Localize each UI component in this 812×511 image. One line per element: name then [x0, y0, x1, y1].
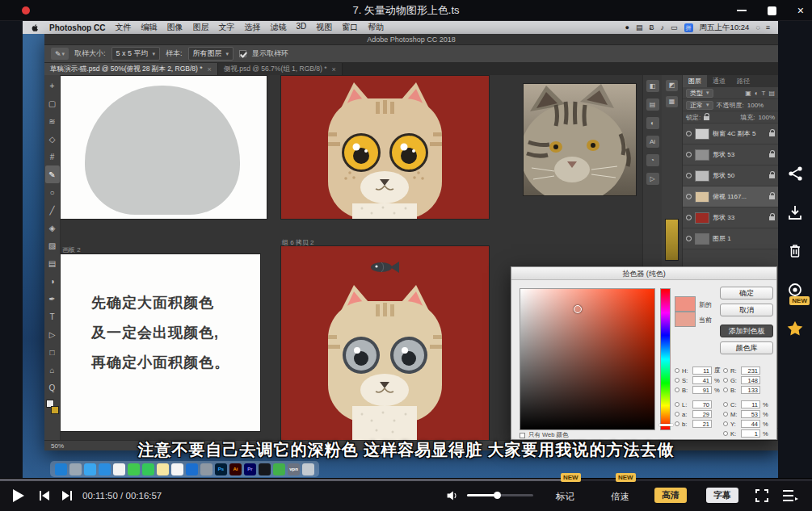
layer-visibility-icon[interactable]: [686, 173, 692, 178]
dock-mail[interactable]: [99, 463, 111, 475]
dock-system-preferences[interactable]: [200, 463, 212, 475]
properties-panel-icon[interactable]: ▤: [646, 98, 659, 111]
ok-button[interactable]: 确定: [720, 287, 773, 299]
subtitle-button[interactable]: 字幕: [706, 488, 738, 503]
dock-wechat[interactable]: [273, 463, 285, 475]
sample-dropdown[interactable]: 所有图层▾: [188, 47, 234, 61]
sample-size-dropdown[interactable]: 5 x 5 平均▾: [111, 47, 161, 61]
dock-calendar[interactable]: [171, 463, 183, 475]
eyedropper-tool[interactable]: ✎: [45, 165, 60, 183]
color-field[interactable]: [520, 288, 655, 430]
layer-visibility-icon[interactable]: [686, 194, 692, 199]
next-button[interactable]: [61, 490, 73, 505]
menu-item-10[interactable]: 窗口: [342, 22, 358, 33]
radio-L[interactable]: [675, 402, 679, 407]
menubar-clock[interactable]: 周五上午10:24: [700, 23, 750, 33]
photoshop-titlebar[interactable]: Adobe Photoshop CC 2018: [44, 34, 778, 45]
favorite-button[interactable]: NEW: [785, 320, 805, 339]
radio-M[interactable]: [723, 412, 728, 417]
radio-B2[interactable]: [723, 387, 728, 392]
mark-button[interactable]: 标记: [556, 491, 574, 503]
volume-knob[interactable]: [494, 492, 501, 499]
cancel-button[interactable]: 取消: [720, 304, 773, 316]
libraries-panel-icon[interactable]: Ai: [646, 136, 659, 148]
cat-body-shape[interactable]: [85, 86, 240, 215]
document-tab-2[interactable]: 侧视.psd @ 56.7%(组 1, RGB/8) *×: [218, 63, 343, 75]
field-C[interactable]: 11: [741, 400, 760, 408]
quality-button[interactable]: 高清: [654, 488, 687, 503]
layer-thumbnail[interactable]: [695, 149, 709, 161]
pen-tool[interactable]: ✒: [45, 290, 60, 308]
history-panel-icon[interactable]: ◧: [646, 80, 659, 92]
eraser-tool[interactable]: ▨: [45, 237, 60, 254]
dock-vpn[interactable]: vpn: [288, 463, 300, 475]
tab-paths[interactable]: 路径: [731, 75, 755, 87]
field-Y[interactable]: 44: [741, 420, 760, 428]
volume-icon[interactable]: ♪: [661, 23, 665, 32]
radio-B[interactable]: [675, 387, 679, 392]
layer-row[interactable]: 形状 33: [683, 207, 778, 228]
field-R[interactable]: 231: [741, 366, 760, 375]
maximize-button[interactable]: [768, 6, 776, 15]
layer-thumbnail[interactable]: [695, 128, 709, 140]
menu-item-11[interactable]: 帮助: [368, 22, 384, 33]
apple-icon[interactable]: [31, 23, 40, 32]
field-G[interactable]: 148: [741, 376, 760, 384]
move-tool[interactable]: +: [45, 77, 60, 94]
clone-stamp-tool[interactable]: ◈: [45, 219, 60, 237]
menubar-app-name[interactable]: Photoshop CC: [49, 23, 105, 32]
fullscreen-button[interactable]: [755, 488, 769, 506]
obs-icon[interactable]: ●: [625, 23, 629, 32]
menu-item-9[interactable]: 视图: [316, 22, 332, 33]
field-a[interactable]: 29: [692, 410, 712, 418]
menu-item-1[interactable]: 文件: [115, 22, 131, 33]
layer-row[interactable]: 图层 1: [683, 228, 778, 249]
filter-type-icon[interactable]: T: [762, 90, 766, 97]
document-tab-1[interactable]: 草稿演示-猫.psd @ 50%(俯视 28 副本 2, RGB/8) *×: [44, 63, 218, 75]
field-B[interactable]: 91: [692, 386, 712, 394]
field-L[interactable]: 70: [692, 400, 712, 408]
volume-slider[interactable]: [467, 494, 533, 496]
layer-row[interactable]: 形状 53: [683, 145, 778, 165]
add-to-swatches-button[interactable]: 添加到色板: [720, 325, 773, 337]
fill-value[interactable]: 100%: [759, 114, 775, 121]
speed-button[interactable]: 倍速: [611, 491, 629, 503]
radio-K[interactable]: [723, 431, 728, 436]
adjustments-panel-icon[interactable]: ◐: [646, 117, 659, 129]
lock-all-icon[interactable]: [704, 116, 709, 120]
radio-G[interactable]: [723, 378, 728, 383]
field-H[interactable]: 11: [692, 366, 712, 375]
magic-wand-tool[interactable]: ◇: [45, 130, 60, 148]
artboard-label[interactable]: 画板 2: [62, 245, 81, 254]
artboard-front-cat[interactable]: [281, 76, 489, 219]
menu-item-3[interactable]: 图像: [166, 22, 183, 33]
field-b[interactable]: 21: [692, 420, 712, 428]
menu-item-7[interactable]: 滤镜: [270, 22, 286, 33]
share-button[interactable]: [785, 165, 805, 184]
web-colors-checkbox[interactable]: [520, 433, 525, 438]
layer-row[interactable]: 形状 50: [683, 165, 778, 186]
info-panel-icon[interactable]: ◔: [646, 154, 659, 166]
bluetooth-icon[interactable]: Ƀ: [650, 23, 654, 32]
seek-bar[interactable]: [0, 479, 812, 481]
foreground-color-swatch[interactable]: [665, 219, 679, 261]
tab-channels[interactable]: 通道: [707, 75, 731, 87]
menu-item-4[interactable]: 图层: [192, 22, 208, 33]
artboard-front-cat-2[interactable]: [281, 246, 489, 440]
hue-slider-marker[interactable]: [659, 424, 673, 426]
actions-panel-icon[interactable]: ▷: [646, 173, 659, 185]
blend-mode-dropdown[interactable]: 正常▾: [686, 101, 713, 110]
opacity-value[interactable]: 100%: [747, 102, 764, 109]
layer-thumbnail[interactable]: [695, 191, 709, 203]
layer-thumbnail[interactable]: [695, 170, 709, 182]
dock-premiere[interactable]: Pr: [244, 463, 256, 475]
dock-safari[interactable]: [84, 463, 96, 475]
video-area[interactable]: Photoshop CC 文件编辑图像图层文字选择滤镜3D视图窗口帮助 ●▤Ƀ♪…: [0, 21, 812, 478]
menu-item-2[interactable]: 编辑: [141, 22, 157, 33]
dock-finder[interactable]: [55, 463, 67, 475]
radio-Y[interactable]: [723, 421, 728, 426]
close-tab-icon[interactable]: ×: [332, 65, 336, 73]
color-panel-icon[interactable]: ◩: [666, 80, 678, 91]
radio-b[interactable]: [675, 421, 679, 426]
menu-item-6[interactable]: 选择: [244, 22, 260, 33]
